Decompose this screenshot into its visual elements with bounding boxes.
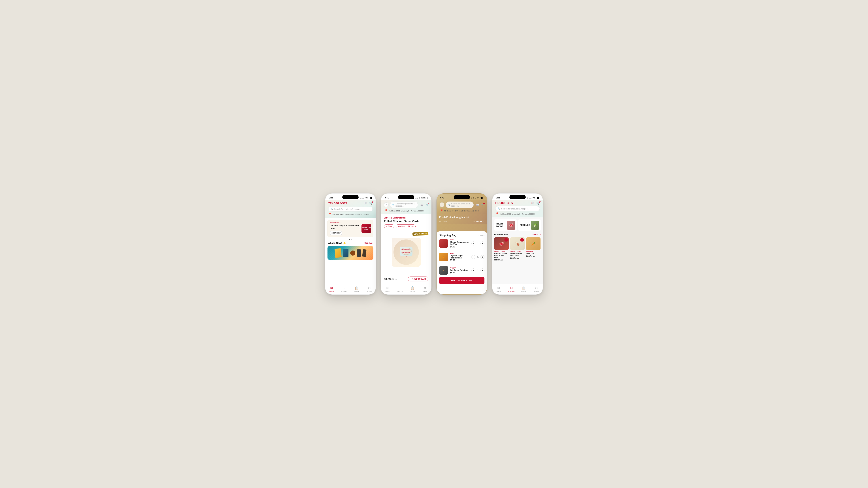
carousel-dots	[325, 239, 376, 240]
nav-recipe-1[interactable]: 📋 Recipe	[350, 286, 363, 292]
store-row-3[interactable]: 📍 My Store: 940 E University Dr, Tempe, …	[440, 209, 484, 213]
produce-label: PRODUCE	[520, 224, 530, 226]
nav-home-4[interactable]: ⊞ Home	[492, 286, 505, 292]
cart-icon[interactable]: 🛒 2	[369, 201, 373, 205]
nav-profile-1[interactable]: ⚙ Profile	[363, 286, 376, 292]
home-icon-1: ⊞	[330, 286, 333, 290]
low-stock-badge: LOW IN STOCK	[412, 232, 428, 236]
store-row-4[interactable]: 📍 My Store: 940 E University Dr, Tempe, …	[495, 212, 540, 216]
bag-item-name-1: Cherry Tomatoes on the Vine	[450, 241, 470, 245]
battery-icon-4: ▮▮	[537, 197, 539, 199]
location-pin-2: 📍	[384, 209, 388, 213]
logo-row: TRADER JOE'S 📖 🛒 2	[328, 201, 373, 205]
category-produce[interactable]: PRODUCE 🥬	[518, 219, 541, 231]
add-button-1[interactable]: +	[504, 238, 508, 242]
signal-icon-4: ▲▲▲	[526, 197, 532, 199]
qty-minus-3[interactable]: −	[471, 268, 475, 272]
nav-products-4[interactable]: ⊡ Products	[505, 286, 518, 292]
nav-recipe-4[interactable]: 📋 Recipe	[518, 286, 530, 292]
qty-minus-2[interactable]: −	[471, 255, 475, 259]
products-label-1: Products	[341, 290, 347, 292]
nav-products-2[interactable]: ⊡ Products	[394, 286, 406, 292]
see-all-button-4[interactable]: SEE ALL ›	[532, 233, 541, 235]
add-to-cart-button[interactable]: + + ADD TO CART	[408, 276, 428, 282]
price-cart-row: $8.99 /16 oz + + ADD TO CART	[384, 276, 428, 282]
qty-plus-3[interactable]: +	[480, 268, 485, 272]
nav-home-2[interactable]: ⊞ Home	[381, 286, 394, 292]
phone-products: 9:41 ▲▲▲ WiFi ▮▮ PRODUCTS 📖 🛒 5	[492, 193, 543, 295]
book-icon-2[interactable]: 📖	[421, 203, 423, 206]
add-button-2[interactable]: +	[520, 238, 524, 242]
status-bar-4: 9:41 ▲▲▲ WiFi ▮▮	[492, 194, 543, 200]
profile-label-2: Profile	[423, 290, 427, 292]
store-row-1[interactable]: 📍 My Store: 940 E University Dr, Tempe, …	[328, 213, 373, 216]
header-icons-4: 📖 🛒 5	[531, 201, 540, 205]
store-row-2[interactable]: 📍 My Store: 940 E University Dr, Tempe, …	[384, 209, 428, 213]
category-fresh-foods[interactable]: FRESHFOODS 🥩	[494, 219, 517, 231]
nav-recipe-2[interactable]: 📋 Recipe	[406, 286, 419, 292]
nav-products-1[interactable]: ⊡ Products	[338, 286, 351, 292]
whats-new-title: What's New? 🔔	[328, 242, 346, 245]
cart-icon-4[interactable]: 🛒 5	[536, 201, 540, 205]
nav-profile-2[interactable]: ⚙ Profile	[419, 286, 431, 292]
search-bar-4[interactable]: 🔍 Search for products & recipes...	[495, 206, 540, 211]
qty-plus-2[interactable]: +	[480, 255, 485, 259]
nav-profile-4[interactable]: ⚙ Profile	[530, 286, 543, 292]
sort-btn-3[interactable]: SORT BY ⌄	[473, 220, 485, 223]
bag-item-details-3: Veggies Cut Sweet Potatoes $3.49	[450, 267, 470, 274]
in-store-tag[interactable]: In Store	[384, 225, 394, 228]
phone3-header: ‹ 🔍 Search for products & recipes... 📖 🛒…	[437, 200, 487, 214]
nav-home-1[interactable]: ⊞ Home	[325, 286, 338, 292]
phone-home: 9:41 ▲▲▲ WiFi ▮▮ TRADER JOE'S 📖 🛒 2	[325, 193, 376, 295]
qty-num-1: 1	[477, 242, 479, 245]
signal-icon-1: ▲▲▲	[359, 197, 365, 199]
bag-title-row: Shopping Bag 5 Items	[439, 234, 485, 237]
search-bar-3[interactable]: 🔍 Search for products & recipes...	[446, 201, 474, 208]
product-price-2: $8.99/16 oz	[510, 257, 525, 259]
checkout-button[interactable]: GO TO CHECKOUT	[439, 277, 485, 284]
battery-icon-2: ▮▮	[426, 197, 428, 199]
bag-item-2: 🍊 Fruits Organic Fuyu Persimmons $3.99 −…	[439, 253, 485, 264]
store-text-3: My Store: 940 E University Dr, Tempe, AZ…	[444, 210, 479, 212]
product-price-3: $5.49/16 oz	[526, 255, 540, 257]
book-icon-4[interactable]: 📖	[531, 201, 534, 205]
location-pin-3: 📍	[440, 209, 443, 213]
location-pin-4: 📍	[495, 212, 499, 216]
product-price-display: $8.99 /16 oz	[384, 278, 397, 281]
product-price: $8.99	[384, 278, 391, 281]
recipe-icon-2: 📋	[410, 286, 414, 290]
products-label-4: Products	[508, 290, 515, 292]
book-icon[interactable]: 📖	[364, 201, 368, 205]
promo-label: Online Promo	[330, 222, 362, 224]
back-button-3[interactable]: ‹	[440, 202, 444, 207]
search-bar-1[interactable]: 🔍 Search for products & recipes...	[328, 206, 373, 212]
profile-icon-2: ⚙	[424, 286, 426, 290]
location-pin-1: 📍	[328, 213, 332, 216]
trader-joes-logo: TRADER JOE'S	[328, 202, 347, 205]
search-icon-4: 🔍	[498, 207, 500, 210]
dot-2[interactable]	[351, 239, 352, 240]
pickup-tag[interactable]: Available for Pickup	[396, 225, 415, 228]
filter-icon-3: ⚙	[439, 220, 441, 223]
store-text-1: My Store: 940 E University Dr, Tempe, AZ…	[333, 214, 368, 215]
book-icon-3[interactable]: 📖	[476, 203, 479, 206]
qty-num-2: 1	[477, 256, 479, 258]
shop-now-button[interactable]: SHOP NOW	[330, 231, 342, 235]
plus-icon: +	[410, 278, 411, 280]
filters-btn-3[interactable]: ⚙ Filters	[439, 220, 447, 223]
product-img-inner: TRADER JOE'SPULLED CHICKENSALSA VERDE	[394, 239, 419, 265]
cart-icon-3[interactable]: 🛒 5	[481, 203, 484, 206]
search-bar-2[interactable]: 🔍 Search for products & recipes...	[390, 201, 418, 208]
promo-banner: Online Promo Get 10% off your first onli…	[328, 220, 373, 237]
qty-plus-1[interactable]: +	[480, 241, 485, 246]
chevron-right-4: ›	[540, 233, 541, 235]
promo-text: Online Promo Get 10% off your first onli…	[330, 222, 362, 235]
dot-1[interactable]	[349, 239, 350, 240]
product-unit: /16 oz	[392, 278, 397, 280]
shopping-bag-area: Shopping Bag 5 Items TJ Fruits Cherry To…	[437, 224, 487, 294]
cart-icon-2[interactable]: 🛒 5	[426, 203, 428, 206]
qty-minus-1[interactable]: −	[471, 241, 475, 246]
back-button-2[interactable]: ‹	[384, 202, 389, 207]
see-all-button-1[interactable]: SEE ALL ›	[365, 242, 373, 244]
fresh-foods-section-header: Fresh Foods SEE ALL ›	[494, 233, 541, 236]
